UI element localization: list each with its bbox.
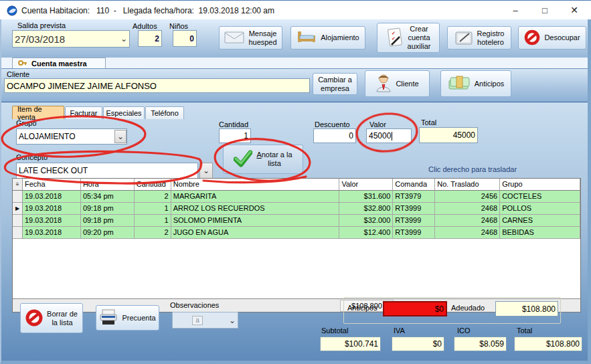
key-icon xyxy=(18,60,27,68)
adultos-field[interactable]: 2 xyxy=(138,30,162,47)
grid-column-header[interactable]: Nombre xyxy=(171,179,340,191)
mensaje-huesped-label: Mensaje huesped xyxy=(248,29,276,47)
concepto-label: Concepto xyxy=(16,153,48,161)
money-icon xyxy=(448,75,471,92)
svg-text:✔: ✔ xyxy=(392,36,396,41)
precuenta-button[interactable]: Precuenta xyxy=(96,305,159,331)
row-selector xyxy=(13,227,23,239)
grid-column-header[interactable]: Hora xyxy=(81,179,135,191)
descuento-field[interactable]: 0 xyxy=(313,128,356,143)
table-row[interactable]: 19.03.201809:20 pm2JUGO EN AGUA$12.400RT… xyxy=(13,227,580,239)
subtotal-field: $100.741 xyxy=(320,337,381,351)
grid-cell: 2456 xyxy=(435,191,500,203)
grupo-combo[interactable]: ALOJAMIENTO ⌄ xyxy=(16,128,127,145)
grid-column-header[interactable]: No. Traslado xyxy=(435,179,500,191)
borrar-de-la-lista-label: Borrar de la lista xyxy=(47,310,78,327)
grid-column-header[interactable]: Cantidad xyxy=(135,179,171,191)
anticipos-button-label: Anticipos xyxy=(475,80,505,88)
grid-header: ≡FechaHoraCantidadNombreValorComandaNo. … xyxy=(13,179,580,191)
anotar-a-la-lista-label: Anotar a la lista xyxy=(256,151,292,168)
tab-cuenta-maestra[interactable]: Cuenta maestra xyxy=(12,58,106,69)
svg-text:✔: ✔ xyxy=(392,31,396,35)
grid-cell: RT3999 xyxy=(393,215,435,227)
cambiar-a-empresa-label: Cambiar a empresa xyxy=(318,76,352,93)
anotar-a-la-lista-button[interactable]: Anotar a la lista xyxy=(223,145,303,174)
chevron-down-icon[interactable]: ⌄ xyxy=(120,35,127,42)
grid-cell: $12.400 xyxy=(339,227,393,239)
window-frame: Salida prevista 27/03/2018 ⌄ Adultos 2 N… xyxy=(0,19,591,364)
salida-prevista-label: Salida prevista xyxy=(17,21,66,29)
adultos-label: Adultos xyxy=(133,22,157,30)
tab-facturar[interactable]: Facturar xyxy=(65,106,102,119)
grid-cell: 2468 xyxy=(435,227,500,239)
grand-total-label: Total xyxy=(517,327,532,335)
concepto-chevron-button[interactable]: ⌄ xyxy=(199,163,213,179)
cantidad-field[interactable]: 1 xyxy=(219,128,251,143)
descuento-label: Descuento xyxy=(315,120,350,128)
ninos-field[interactable]: 0 xyxy=(173,30,197,47)
registro-hotelero-button[interactable]: Registro hotelero xyxy=(447,26,511,50)
tab-telefono[interactable]: Teléfono xyxy=(145,106,184,119)
anticipos-value: $0 xyxy=(435,304,444,314)
table-row[interactable]: 19.03.201809:18 pm1SOLOMO PIMIENTA$32.00… xyxy=(13,215,580,227)
total-label: Total xyxy=(421,118,436,126)
cambiar-a-empresa-button[interactable]: Cambiar a empresa xyxy=(313,73,357,95)
cliente-button[interactable]: Cliente xyxy=(365,70,430,97)
grid-column-header[interactable]: Grupo xyxy=(500,179,580,191)
grid-selector-icon: ≡ xyxy=(13,179,23,191)
grid-body: 19.03.201805:34 pm2MARGARITA$31.600RT397… xyxy=(13,191,580,239)
grupo-chevron-button[interactable]: ⌄ xyxy=(114,130,126,143)
grid-cell: 09:18 pm xyxy=(81,203,135,215)
bed-icon xyxy=(297,30,317,46)
tab-especiales[interactable]: Especiales xyxy=(103,106,145,119)
desocupar-label: Desocupar xyxy=(544,33,580,42)
anticipos-field[interactable]: $0 xyxy=(383,301,447,316)
crear-cuenta-auxiliar-button[interactable]: ✔✔ Crear cuenta auxiliar xyxy=(377,23,440,53)
valor-label: Valor xyxy=(369,120,386,128)
sales-grid[interactable]: ≡FechaHoraCantidadNombreValorComandaNo. … xyxy=(12,178,581,312)
adeudado-value: $108.800 xyxy=(522,304,556,314)
registro-hotelero-label: Registro hotelero xyxy=(477,29,505,47)
grid-column-header[interactable]: Comanda xyxy=(393,179,435,191)
anticipos-button[interactable]: Anticipos xyxy=(440,70,511,97)
chevron-down-icon: ⌄ xyxy=(229,317,236,324)
cliente-button-label: Cliente xyxy=(396,80,418,88)
borrar-de-la-lista-button[interactable]: Borrar de la lista xyxy=(20,303,83,333)
descuento-value: 0 xyxy=(349,131,353,141)
adultos-value: 2 xyxy=(155,34,159,43)
cliente-field[interactable]: OCAMPO JIMENEZ JAIME ALFONSO xyxy=(4,78,310,93)
grid-cell: 05:34 pm xyxy=(81,191,135,203)
tab-item-de-venta[interactable]: Item de venta xyxy=(12,106,64,119)
concepto-combo[interactable]: LATE CHECK OUT xyxy=(16,163,198,179)
table-row[interactable]: ▶19.03.201809:18 pm1ARROZ LOS RECUERDOS$… xyxy=(13,203,580,215)
grid-cell: 2468 xyxy=(435,203,500,215)
grid-cell: RT3999 xyxy=(393,203,435,215)
grid-cell: 2 xyxy=(135,191,171,203)
app-icon xyxy=(7,5,17,17)
check-icon xyxy=(234,150,252,169)
crear-cuenta-auxiliar-label: Crear cuenta auxiliar xyxy=(408,25,431,51)
desocupar-button[interactable]: Desocupar xyxy=(518,26,586,50)
maximize-button[interactable]: □ xyxy=(533,1,556,19)
tab-especiales-label: Especiales xyxy=(106,109,141,117)
printer-icon xyxy=(99,308,118,327)
alojamiento-button[interactable]: Alojamiento xyxy=(290,26,365,50)
grid-cell: 09:18 pm xyxy=(81,215,135,227)
grid-column-header[interactable]: Valor xyxy=(339,179,393,191)
tab-telefono-label: Teléfono xyxy=(151,109,179,117)
grid-cell: 2468 xyxy=(435,215,500,227)
iva-value: $0 xyxy=(433,339,442,349)
mensaje-huesped-button[interactable]: Mensaje huesped xyxy=(219,26,282,50)
no-entry-icon xyxy=(25,309,43,328)
tab-cuenta-maestra-label: Cuenta maestra xyxy=(31,60,87,68)
valor-field[interactable]: 45000 xyxy=(366,128,412,143)
close-button[interactable]: ✕ xyxy=(563,1,586,19)
ninos-label: Niños xyxy=(169,22,188,30)
salida-prevista-value: 27/03/2018 xyxy=(15,33,65,45)
observaciones-combo[interactable]: a ⌄ xyxy=(172,312,238,329)
table-row[interactable]: 19.03.201805:34 pm2MARGARITA$31.600RT397… xyxy=(13,191,580,203)
app-window: Cuenta Habitacion: 110 - Llegada fecha/h… xyxy=(0,0,591,364)
salida-prevista-combo[interactable]: 27/03/2018 ⌄ xyxy=(12,30,130,48)
grid-column-header[interactable]: Fecha xyxy=(23,179,81,191)
minimize-button[interactable]: – xyxy=(504,1,527,19)
